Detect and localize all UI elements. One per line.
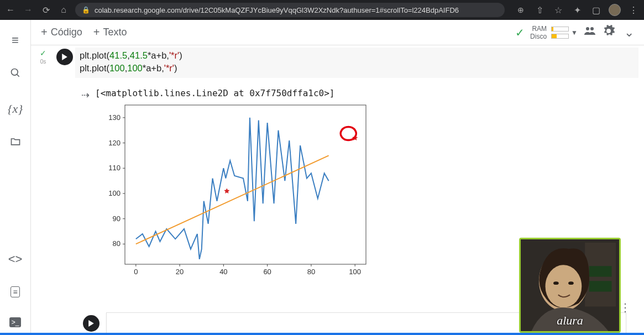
svg-rect-31 (589, 266, 612, 276)
svg-point-36 (568, 281, 574, 285)
add-code-button[interactable]: +Código (41, 26, 82, 39)
code-editor[interactable]: plt.plot(41.5,41.5*a+b,'*r') plt.plot(10… (75, 48, 638, 78)
terminal-icon[interactable]: >_ (9, 317, 22, 327)
share-people-icon[interactable] (583, 24, 596, 41)
runtime-dropdown-icon[interactable]: ▼ (571, 29, 578, 36)
address-bar[interactable]: 🔒 colab.research.google.com/drive/12C05k… (75, 3, 505, 17)
matplotlib-plot: 0204060801008090100110120130 (95, 102, 370, 281)
code-snippets-icon[interactable]: <> (8, 252, 23, 266)
reload-icon[interactable]: ⟳ (40, 4, 52, 16)
toc-icon[interactable]: ≡ (12, 33, 19, 48)
svg-point-3 (590, 27, 594, 30)
output-collapse-icon[interactable]: ⇢ (75, 88, 95, 281)
panel-icon[interactable]: ▢ (590, 4, 602, 16)
svg-text:100: 100 (349, 268, 361, 276)
svg-text:60: 60 (263, 268, 271, 276)
settings-icon[interactable] (602, 24, 615, 41)
svg-point-0 (11, 69, 18, 76)
exec-time: 0s (40, 59, 46, 65)
add-text-button[interactable]: +Texto (93, 26, 127, 39)
command-palette-icon[interactable]: ≡ (11, 286, 19, 297)
status-check-icon: ✓ (515, 26, 525, 39)
disk-label: Disco (530, 33, 547, 40)
svg-text:100: 100 (108, 189, 121, 197)
cell-status-icon: ✓ (40, 49, 46, 57)
files-icon[interactable] (10, 136, 21, 150)
run-new-cell-button[interactable] (83, 315, 100, 332)
svg-line-1 (17, 75, 19, 77)
svg-text:0: 0 (134, 268, 138, 276)
svg-rect-32 (589, 281, 612, 291)
ram-label: RAM (530, 25, 547, 33)
svg-point-2 (586, 27, 589, 30)
webcam-logo: alura (557, 313, 583, 328)
svg-text:40: 40 (219, 268, 227, 276)
svg-text:90: 90 (113, 214, 121, 223)
webcam-overlay: alura (519, 238, 621, 333)
expand-icon[interactable]: ⌄ (624, 25, 634, 40)
svg-text:130: 130 (108, 113, 121, 122)
profile-avatar[interactable] (609, 4, 621, 16)
extensions-icon[interactable]: ✦ (571, 4, 583, 16)
zoom-icon[interactable]: ⊕ (515, 4, 527, 16)
url-text: colab.research.google.com/drive/12C05kMa… (95, 6, 459, 14)
variables-icon[interactable]: {x} (8, 102, 23, 116)
svg-text:110: 110 (108, 164, 121, 172)
forward-icon[interactable]: → (22, 4, 34, 16)
ram-meter (551, 27, 569, 32)
share-icon[interactable]: ⇧ (533, 4, 546, 16)
star-icon[interactable]: ☆ (552, 4, 564, 16)
disk-meter (551, 34, 569, 39)
run-cell-button[interactable] (56, 49, 73, 65)
lock-icon: 🔒 (82, 6, 90, 14)
bottom-accent (0, 333, 644, 335)
browser-menu-icon[interactable]: ⋮ (627, 4, 640, 16)
svg-text:80: 80 (113, 239, 121, 248)
svg-text:120: 120 (108, 139, 121, 147)
back-icon[interactable]: ← (4, 4, 17, 16)
svg-point-34 (546, 265, 582, 307)
svg-text:80: 80 (307, 268, 315, 276)
svg-text:20: 20 (176, 268, 184, 276)
svg-point-35 (553, 281, 559, 285)
left-rail: ≡ {x} <> ≡ >_ (0, 20, 31, 335)
notebook-toolbar: +Código +Texto ✓ RAM Disco ▼ (31, 20, 644, 45)
search-icon[interactable] (10, 67, 21, 82)
output-repr: [<matplotlib.lines.Line2D at 0x7f750dffa… (95, 88, 370, 98)
home-icon[interactable]: ⌂ (57, 4, 70, 16)
